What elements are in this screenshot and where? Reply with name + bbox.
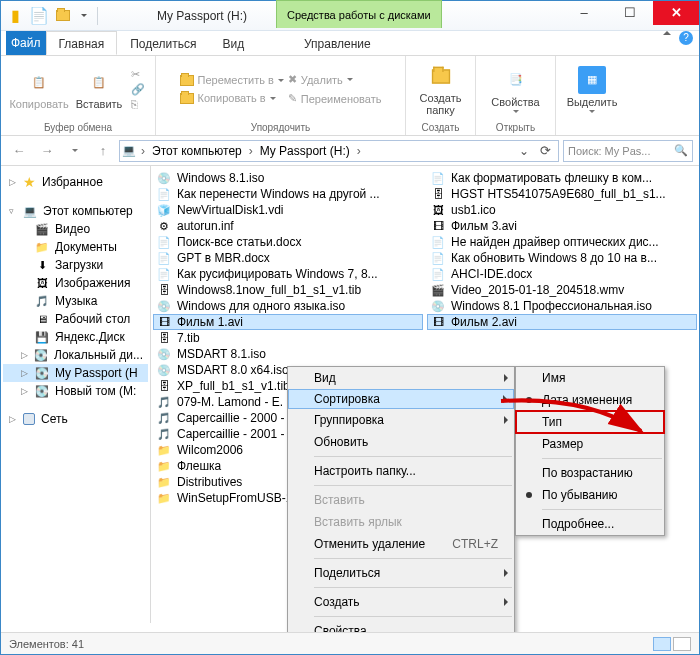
ctx-share[interactable]: Поделиться xyxy=(288,562,514,584)
file-item[interactable]: 📄Поиск-все статьи.docx xyxy=(153,234,423,250)
file-list-pane[interactable]: 💿Windows 8.1.iso📄Как перенести Windows н… xyxy=(151,166,699,623)
file-item[interactable]: 🧊NewVirtualDisk1.vdi xyxy=(153,202,423,218)
file-item[interactable]: 🗄HGST HTS541075A9E680_full_b1_s1... xyxy=(427,186,697,202)
breadcrumb-drive[interactable]: My Passport (H:) xyxy=(258,144,352,158)
file-item[interactable]: 📄Как обновить Windows 8 до 10 на в... xyxy=(427,250,697,266)
ctx-customize[interactable]: Настроить папку... xyxy=(288,460,514,482)
ctx-refresh[interactable]: Обновить xyxy=(288,431,514,453)
file-item[interactable]: 📄AHCI-IDE.docx xyxy=(427,266,697,282)
tab-share[interactable]: Поделиться xyxy=(117,31,209,55)
file-item[interactable]: 📄Не найден драйвер оптических дис... xyxy=(427,234,697,250)
sort-size[interactable]: Размер xyxy=(516,433,664,455)
nav-item[interactable]: 🎬Видео xyxy=(3,220,148,238)
pasteshortcut-small-button[interactable]: ⎘ xyxy=(131,98,145,110)
nav-item[interactable]: 📁Документы xyxy=(3,238,148,256)
nav-item[interactable]: ⬇Загрузки xyxy=(3,256,148,274)
nav-item[interactable]: ▷💽Новый том (M: xyxy=(3,382,148,400)
nav-item[interactable]: ▷💽Локальный ди... xyxy=(3,346,148,364)
breadcrumb-pc[interactable]: Этот компьютер xyxy=(150,144,244,158)
tools-contextual-tab[interactable]: Средства работы с дисками xyxy=(276,0,442,28)
select-button[interactable]: ▦Выделить xyxy=(564,66,620,113)
file-item[interactable]: 🗄7.tib xyxy=(153,330,423,346)
ctx-view[interactable]: Вид xyxy=(288,367,514,389)
nav-forward-icon[interactable]: → xyxy=(35,139,59,163)
nav-item[interactable]: 🖼Изображения xyxy=(3,274,148,292)
file-item[interactable]: 📄Как перенести Windows на другой ... xyxy=(153,186,423,202)
nav-this-pc[interactable]: ▿💻Этот компьютер xyxy=(3,202,148,220)
address-dropdown-icon[interactable]: ⌄ xyxy=(516,144,532,158)
tab-view[interactable]: Вид xyxy=(209,31,257,55)
sort-type[interactable]: Тип xyxy=(516,411,664,433)
properties-qat-icon[interactable]: 📄 xyxy=(27,5,51,27)
tab-manage[interactable]: Управление xyxy=(291,31,384,58)
quick-access-toolbar: ▮ 📄 xyxy=(1,5,102,27)
copy-to-button[interactable]: Копировать в xyxy=(180,92,284,104)
sort-name[interactable]: Имя xyxy=(516,367,664,389)
nav-network[interactable]: ▷Сеть xyxy=(3,410,148,428)
file-item[interactable]: 📄Как русифицировать Windows 7, 8... xyxy=(153,266,423,282)
file-item[interactable]: 🗄Windows8.1now_full_b1_s1_v1.tib xyxy=(153,282,423,298)
file-item[interactable]: 💿Windows 8.1 Профессиональная.iso xyxy=(427,298,697,314)
nav-back-icon[interactable]: ← xyxy=(7,139,31,163)
nav-item[interactable]: 🎵Музыка xyxy=(3,292,148,310)
view-details-icon[interactable] xyxy=(653,637,671,651)
maximize-button[interactable]: ☐ xyxy=(607,1,653,25)
refresh-icon[interactable]: ⟳ xyxy=(534,143,556,158)
ctx-sort[interactable]: Сортировка xyxy=(288,389,514,409)
paste-button[interactable]: 📋Вставить xyxy=(71,68,127,110)
nav-item[interactable]: ▷💽My Passport (H xyxy=(3,364,148,382)
file-item[interactable]: 🖼usb1.ico xyxy=(427,202,697,218)
file-item[interactable]: 📄GPT в MBR.docx xyxy=(153,250,423,266)
nav-item[interactable]: 💾Яндекс.Диск xyxy=(3,328,148,346)
file-item[interactable]: 🎬Video_2015-01-18_204518.wmv xyxy=(427,282,697,298)
sort-submenu: Имя Дата изменения Тип Размер По возраст… xyxy=(515,366,665,536)
collapse-ribbon-icon[interactable] xyxy=(663,31,671,35)
sort-date[interactable]: Дата изменения xyxy=(516,389,664,411)
status-bar: Элементов: 41 xyxy=(1,632,699,654)
ctx-group[interactable]: Группировка xyxy=(288,409,514,431)
ctx-undo[interactable]: Отменить удалениеCTRL+Z xyxy=(288,533,514,555)
sort-more[interactable]: Подробнее... xyxy=(516,513,664,535)
file-item[interactable]: 📄Как форматировать флешку в ком... xyxy=(427,170,697,186)
sort-desc[interactable]: По убыванию xyxy=(516,484,664,506)
new-folder-button[interactable]: Создать папку xyxy=(413,62,469,116)
minimize-button[interactable]: – xyxy=(561,1,607,25)
tab-main[interactable]: Главная xyxy=(46,31,118,55)
file-item[interactable]: 💿Windows 8.1.iso xyxy=(153,170,423,186)
view-toggle[interactable] xyxy=(653,637,691,651)
tab-file[interactable]: Файл xyxy=(6,31,46,55)
address-bar[interactable]: 💻 Этот компьютер My Passport (H:) ⌄ ⟳ xyxy=(119,140,559,162)
explorer-window: ▮ 📄 My Passport (H:) Средства работы с д… xyxy=(0,0,700,655)
ctx-new[interactable]: Создать xyxy=(288,591,514,613)
newfolder-qat-icon[interactable] xyxy=(51,5,75,27)
move-to-button[interactable]: Переместить в xyxy=(180,74,284,86)
search-input[interactable]: Поиск: My Pas... 🔍 xyxy=(563,140,693,162)
qat-dropdown-icon[interactable] xyxy=(81,14,87,17)
copypath-small-button[interactable]: 🔗 xyxy=(131,83,145,96)
file-item[interactable]: 🎞Фильм 2.avi xyxy=(427,314,697,330)
file-item[interactable]: 🎞Фильм 1.avi xyxy=(153,314,423,330)
navigation-pane[interactable]: ▷★Избранное ▿💻Этот компьютер 🎬Видео📁Доку… xyxy=(1,166,151,623)
copy-button[interactable]: 📋Копировать xyxy=(11,68,67,110)
nav-recent-icon[interactable] xyxy=(63,139,87,163)
close-button[interactable]: ✕ xyxy=(653,1,699,25)
rename-button[interactable]: ✎ Переименовать xyxy=(288,92,382,105)
file-item[interactable]: 🎞Фильм 3.avi xyxy=(427,218,697,234)
delete-button[interactable]: ✖ Удалить xyxy=(288,73,382,86)
ribbon-tabs: Файл Главная Поделиться Вид Управление ? xyxy=(1,31,699,56)
cut-small-button[interactable]: ✂ xyxy=(131,68,145,81)
explorer-body: ▷★Избранное ▿💻Этот компьютер 🎬Видео📁Доку… xyxy=(1,166,699,623)
sort-asc[interactable]: По возрастанию xyxy=(516,462,664,484)
nav-item[interactable]: 🖥Рабочий стол xyxy=(3,310,148,328)
help-icon[interactable]: ? xyxy=(679,31,693,45)
nav-favorites[interactable]: ▷★Избранное xyxy=(3,172,148,192)
properties-button[interactable]: 📑Свойства xyxy=(488,66,544,113)
file-item[interactable]: 💿MSDART 8.1.iso xyxy=(153,346,423,362)
search-icon: 🔍 xyxy=(674,144,688,157)
explorer-icon[interactable]: ▮ xyxy=(3,5,27,27)
ctx-paste: Вставить xyxy=(288,489,514,511)
file-item[interactable]: 💿Windows для одного языка.iso xyxy=(153,298,423,314)
file-item[interactable]: ⚙autorun.inf xyxy=(153,218,423,234)
nav-up-icon[interactable]: ↑ xyxy=(91,139,115,163)
view-icons-icon[interactable] xyxy=(673,637,691,651)
